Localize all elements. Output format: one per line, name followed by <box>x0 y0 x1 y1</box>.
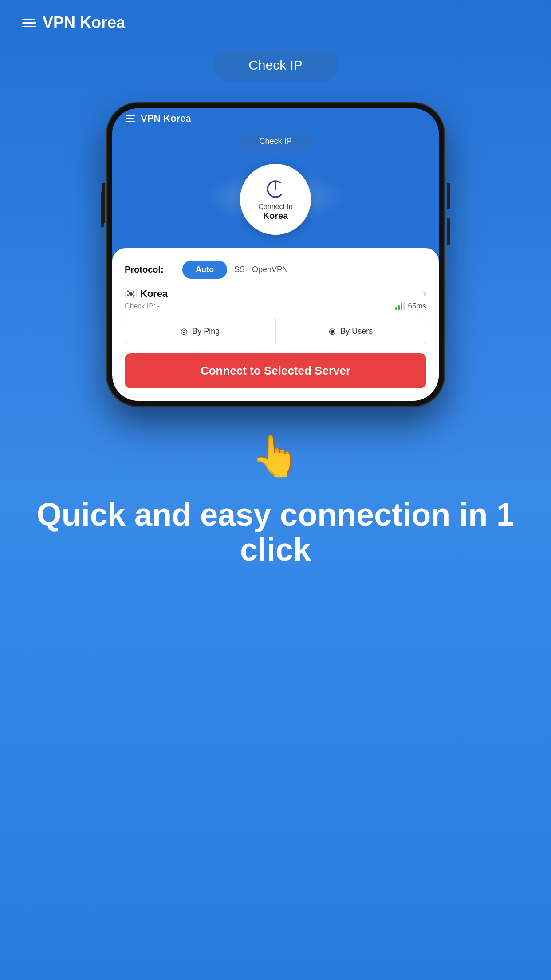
protocol-label: Protocol: <box>125 265 173 275</box>
top-promo-section: VPN Korea Check IP <box>0 0 551 81</box>
app-title: VPN Korea <box>43 13 125 32</box>
ping-sort-icon: ◎ <box>181 326 188 336</box>
ping-value: 65ms <box>408 302 426 311</box>
connect-button[interactable]: Connect to Selected Server <box>125 353 426 388</box>
server-row[interactable]: 🇰🇷 Korea › <box>125 288 426 300</box>
server-flag: 🇰🇷 <box>125 288 137 300</box>
phone-screen: VPN Korea Check IP Connect to Korea <box>112 108 439 401</box>
phone-check-ip-button[interactable]: Check IP <box>238 132 313 150</box>
pointing-finger-emoji: 👆 <box>27 433 524 479</box>
side-button-left <box>102 183 105 223</box>
protocol-options: Auto SS OpenVPN <box>182 261 288 279</box>
app-header: VPN Korea <box>22 13 529 32</box>
protocol-openvpn-option[interactable]: OpenVPN <box>252 265 288 274</box>
server-country: Korea <box>140 288 168 300</box>
phone-menu-icon[interactable] <box>126 115 135 122</box>
server-details: Check IP: - 65ms <box>125 302 426 311</box>
phone-mockup: VPN Korea Check IP Connect to Korea <box>0 103 551 406</box>
phone-header-row: VPN Korea <box>126 113 425 124</box>
side-button-right-top <box>447 183 450 209</box>
power-button-area: Connect to Korea <box>112 150 439 244</box>
power-label-top: Connect to <box>258 203 292 211</box>
power-icon <box>264 178 287 200</box>
server-name: 🇰🇷 Korea <box>125 288 168 300</box>
sort-by-ping-label: By Ping <box>192 327 220 336</box>
sort-by-ping-button[interactable]: ◎ By Ping <box>125 318 276 344</box>
phone-screen-header: VPN Korea Check IP <box>112 108 439 150</box>
protocol-auto-button[interactable]: Auto <box>182 261 227 279</box>
side-button-right-bottom <box>447 218 450 245</box>
check-ip-value: Check IP: - <box>125 302 160 310</box>
phone-device: VPN Korea Check IP Connect to Korea <box>107 103 444 406</box>
protocol-ss-option[interactable]: SS <box>234 265 245 274</box>
signal-bars-icon <box>395 302 405 310</box>
chevron-right-icon: › <box>423 288 426 300</box>
ping-info: 65ms <box>395 302 426 311</box>
protocol-row: Protocol: Auto SS OpenVPN <box>125 261 426 279</box>
phone-bottom-panel: Protocol: Auto SS OpenVPN 🇰🇷 Korea › <box>112 248 439 401</box>
bottom-promo-section: 👆 Quick and easy connection in 1 click <box>0 433 551 567</box>
power-button[interactable]: Connect to Korea <box>240 164 311 235</box>
check-ip-button[interactable]: Check IP <box>213 50 338 81</box>
phone-app-title: VPN Korea <box>141 113 191 124</box>
sort-by-users-button[interactable]: ◉ By Users <box>276 318 426 344</box>
tagline-text: Quick and easy connection in 1 click <box>27 497 524 567</box>
sort-by-users-label: By Users <box>340 327 373 336</box>
power-label-bottom: Korea <box>263 211 288 221</box>
sort-row: ◎ By Ping ◉ By Users <box>125 318 426 344</box>
menu-icon[interactable] <box>22 19 36 27</box>
users-sort-icon: ◉ <box>329 326 336 336</box>
